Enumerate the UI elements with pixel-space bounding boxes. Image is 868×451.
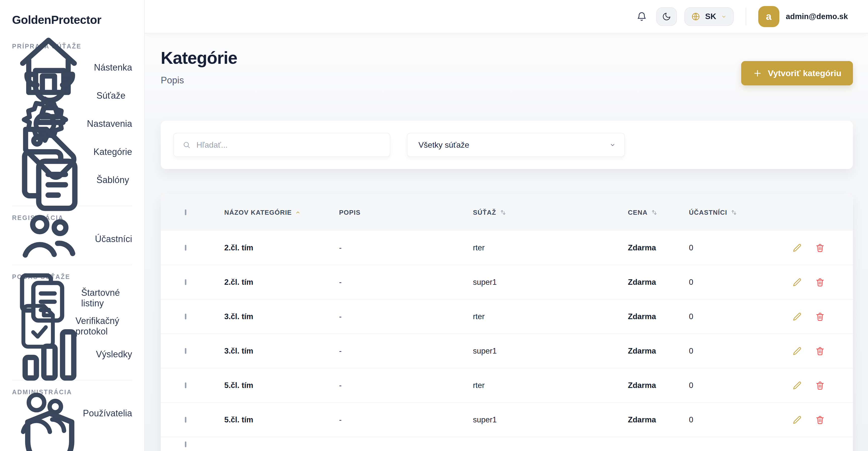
edit-pencil-icon[interactable] (793, 243, 802, 253)
edit-pencil-icon[interactable] (793, 278, 802, 287)
sidebar-section: REGISTRÁCIA Účastníci (12, 206, 132, 253)
filter-card: Všetky súťaže (161, 121, 853, 169)
cell-popis: - (339, 312, 473, 321)
cell-category-name: 2.čl. tím (224, 243, 339, 252)
avatar: a (758, 6, 779, 27)
bell-icon (637, 11, 647, 22)
sidebar-item--abl-ny[interactable]: Šablóny (12, 166, 132, 194)
column-header-cena[interactable]: CENA (628, 209, 689, 217)
sidebar-nav: PRÍPRAVA SÚŤAŽE Nástenka Súťaže Nastaven… (0, 43, 144, 451)
cell-sutaz: rter (473, 243, 628, 252)
column-header-n-zov-kateg-rie[interactable]: NÁZOV KATEGÓRIE (224, 209, 339, 217)
sidebar-item-label: Účastníci (95, 234, 132, 244)
table-row-partial (161, 437, 853, 451)
user-menu[interactable]: a admin@demo.sk (758, 6, 848, 27)
create-category-button[interactable]: Vytvoriť kategóriu (741, 61, 853, 85)
sidebar-item-partial[interactable] (12, 427, 132, 451)
sort-both-icon (499, 209, 507, 216)
cell-cena: Zdarma (628, 312, 689, 321)
column-header-popis[interactable]: POPIS (339, 209, 473, 217)
edit-pencil-icon[interactable] (793, 415, 802, 425)
row-checkbox[interactable] (185, 442, 186, 447)
table-row: 3.čl. tím - rter Zdarma 0 (161, 299, 853, 334)
cell-category-name: 3.čl. tím (224, 347, 339, 356)
cell-ucastnici: 0 (689, 347, 793, 356)
cell-category-name: 2.čl. tím (224, 278, 339, 287)
cell-category-name: 5.čl. tím (224, 415, 339, 424)
sort-asc-icon (295, 210, 301, 216)
cell-ucastnici: 0 (689, 278, 793, 287)
sidebar: GoldenProtector PRÍPRAVA SÚŤAŽE Nástenka… (0, 0, 145, 451)
competition-select[interactable]: Všetky súťaže (407, 133, 625, 157)
edit-pencil-icon[interactable] (793, 346, 802, 356)
sidebar-item-label: Nastavenia (87, 119, 132, 129)
shield-icon (12, 404, 87, 451)
language-value: SK (705, 12, 716, 21)
cell-popis: - (339, 278, 473, 287)
cell-sutaz: rter (473, 381, 628, 390)
table-row: 5.čl. tím - super1 Zdarma 0 (161, 403, 853, 437)
top-header: SK a admin@demo.sk (145, 0, 868, 33)
cell-sutaz: rter (473, 312, 628, 321)
column-header-s-a-[interactable]: SÚŤAŽ (473, 209, 628, 217)
cell-sutaz: super1 (473, 347, 628, 356)
search-box (173, 133, 390, 157)
row-checkbox[interactable] (185, 348, 186, 354)
bar-chart-icon (12, 317, 87, 392)
delete-trash-icon[interactable] (815, 415, 825, 425)
edit-pencil-icon[interactable] (793, 312, 802, 321)
cell-sutaz: super1 (473, 278, 628, 287)
sort-both-icon (730, 209, 738, 216)
chevron-down-icon (721, 13, 727, 20)
main-content: Kategórie Popis Vytvoriť kategóriu Všetk… (145, 33, 868, 451)
notifications-button[interactable] (635, 9, 649, 24)
cell-category-name: 5.čl. tím (224, 381, 339, 390)
sidebar-item-label: Výsledky (96, 349, 132, 360)
delete-trash-icon[interactable] (815, 277, 825, 287)
row-checkbox[interactable] (185, 245, 186, 251)
cell-sutaz: super1 (473, 415, 628, 424)
search-icon (182, 141, 191, 149)
sidebar-item-label: Používatelia (83, 408, 132, 419)
categories-table: NÁZOV KATEGÓRIE POPIS SÚŤAŽ CENA ÚČASTNÍ… (161, 194, 853, 451)
delete-trash-icon[interactable] (815, 381, 825, 390)
sidebar-item-label: Súťaže (96, 90, 126, 101)
moon-icon (662, 12, 671, 21)
cell-popis: - (339, 243, 473, 252)
globe-icon (691, 12, 701, 21)
search-input[interactable] (196, 140, 381, 150)
row-checkbox[interactable] (185, 417, 186, 423)
sidebar-section: ADMINISTRÁCIA Používatelia (12, 380, 132, 451)
cell-cena: Zdarma (628, 381, 689, 390)
page-subtitle: Popis (161, 75, 237, 86)
sidebar-item--astn-ci[interactable]: Účastníci (12, 225, 132, 253)
cell-popis: - (339, 347, 473, 356)
edit-pencil-icon[interactable] (793, 381, 802, 390)
table-row: 2.čl. tím - super1 Zdarma 0 (161, 265, 853, 299)
cell-ucastnici: 0 (689, 312, 793, 321)
delete-trash-icon[interactable] (815, 312, 825, 322)
cell-category-name: 3.čl. tím (224, 312, 339, 321)
row-checkbox[interactable] (185, 382, 186, 388)
row-checkbox[interactable] (185, 279, 186, 285)
header-divider (746, 8, 746, 25)
sidebar-item-v-sledky[interactable]: Výsledky (12, 340, 132, 368)
page-title: Kategórie (161, 48, 237, 68)
cell-cena: Zdarma (628, 243, 689, 252)
select-all-checkbox[interactable] (185, 210, 186, 215)
sidebar-item-label: Nástenka (94, 62, 132, 73)
language-selector[interactable]: SK (684, 7, 734, 26)
sidebar-section: POČAS SÚŤAŽE Štartovné listiny Verifikač… (12, 265, 132, 368)
delete-trash-icon[interactable] (815, 346, 825, 356)
table-row: 3.čl. tím - super1 Zdarma 0 (161, 334, 853, 368)
dark-mode-toggle[interactable] (656, 7, 677, 26)
sidebar-section: PRÍPRAVA SÚŤAŽE Nástenka Súťaže Nastaven… (12, 43, 132, 194)
cell-popis: - (339, 381, 473, 390)
competition-select-value: Všetky súťaže (418, 140, 469, 150)
delete-trash-icon[interactable] (815, 243, 825, 253)
chevron-down-icon (609, 141, 616, 148)
row-checkbox[interactable] (185, 314, 186, 319)
column-header--astn-ci[interactable]: ÚČASTNÍCI (689, 209, 793, 217)
cell-popis: - (339, 415, 473, 424)
sidebar-item-label: Šablóny (96, 175, 129, 185)
